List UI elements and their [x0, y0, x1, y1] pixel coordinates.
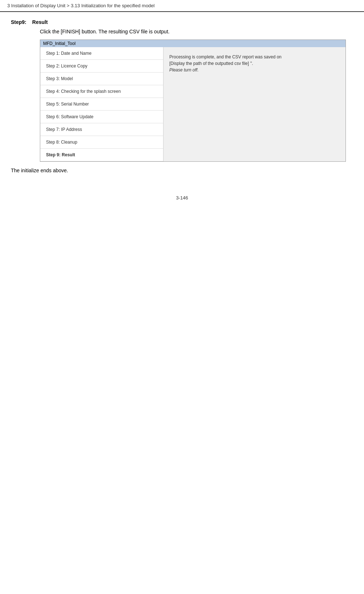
list-item[interactable]: Step 5: Serial Number: [40, 98, 163, 111]
tool-body: Step 1: Date and Name Step 2: Licence Co…: [40, 47, 346, 161]
list-item[interactable]: Step 6: Software Update: [40, 111, 163, 123]
content-line-3: Please turn off.: [169, 67, 340, 73]
tool-window: MFD_Initial_Tool Step 1: Date and Name S…: [40, 40, 346, 162]
content-path-suffix: ".: [250, 61, 253, 66]
list-item[interactable]: Step 4: Checking for the splash screen: [40, 85, 163, 98]
list-item[interactable]: Step 1: Date and Name: [40, 47, 163, 60]
content-path-label: [Display the path of the outputted csv f…: [169, 61, 249, 66]
step9-description: Click the [FINISH] button. The resulting…: [40, 29, 353, 34]
breadcrumb: 3 Installation of Display Unit > 3.13 In…: [0, 0, 364, 12]
tool-titlebar: MFD_Initial_Tool: [40, 40, 346, 47]
list-item[interactable]: Step 3: Model: [40, 73, 163, 85]
page-number: 3-146: [0, 195, 364, 201]
content-panel: Processing is complete, and the CSV repo…: [164, 47, 346, 161]
list-item-active[interactable]: Step 9: Result: [40, 149, 163, 161]
list-item[interactable]: Step 7: IP Address: [40, 123, 163, 136]
breadcrumb-text: 3 Installation of Display Unit > 3.13 In…: [7, 3, 154, 8]
content-path-line: [Display the path of the outputted csv f…: [169, 61, 340, 66]
footer-text: The initialize ends above.: [11, 168, 353, 173]
steps-panel: Step 1: Date and Name Step 2: Licence Co…: [40, 47, 164, 161]
list-item[interactable]: Step 8: Cleanup: [40, 136, 163, 149]
list-item[interactable]: Step 2: Licence Copy: [40, 60, 163, 73]
step9-label: Step9:: [11, 19, 26, 25]
step9-title: Result: [32, 19, 48, 25]
step9-heading: Step9: Result: [11, 19, 353, 25]
content-line-1: Processing is complete, and the CSV repo…: [169, 54, 340, 59]
